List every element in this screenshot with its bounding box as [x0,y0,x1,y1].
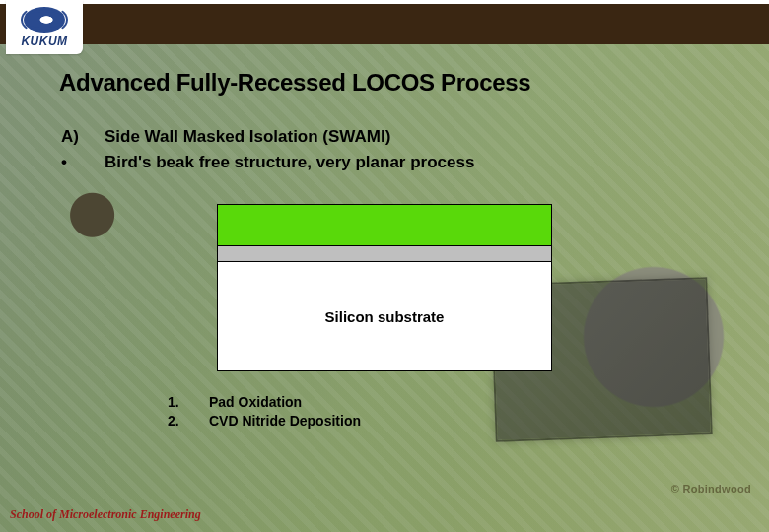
step-list: 1. Pad Oxidation 2. CVD Nitride Depositi… [168,393,730,431]
logo: KUKUM [6,0,83,54]
layer-pad-oxide [218,246,551,262]
bullet-text: Side Wall Masked Isolation (SWAMI) [105,124,390,150]
step-item: 1. Pad Oxidation [168,393,730,412]
header-strip [0,0,769,44]
layer-nitride [218,205,551,246]
layer-substrate: Silicon substrate [218,262,551,370]
step-text: Pad Oxidation [209,393,302,412]
content: Advanced Fully-Recessed LOCOS Process A)… [39,69,730,473]
footer-text: School of Microelectronic Engineering [10,507,201,522]
layer-diagram: Silicon substrate [217,204,552,371]
bullet-text: Bird's beak free structure, very planar … [105,150,474,175]
step-text: CVD Nitride Deposition [209,412,361,431]
bullet-item: • Bird's beak free structure, very plana… [61,150,730,175]
substrate-label: Silicon substrate [325,308,445,325]
watermark: © Robindwood [671,483,751,495]
logo-swirl-icon [24,7,65,33]
bullet-marker: A) [61,124,83,150]
step-number: 2. [168,412,185,431]
bullet-list: A) Side Wall Masked Isolation (SWAMI) • … [61,124,730,174]
logo-text: KUKUM [21,34,67,48]
slide-title: Advanced Fully-Recessed LOCOS Process [59,69,730,97]
step-number: 1. [168,393,185,412]
bullet-marker: • [61,150,83,175]
bullet-item: A) Side Wall Masked Isolation (SWAMI) [61,124,730,150]
slide: KUKUM Advanced Fully-Recessed LOCOS Proc… [0,0,769,532]
step-item: 2. CVD Nitride Deposition [168,412,730,431]
